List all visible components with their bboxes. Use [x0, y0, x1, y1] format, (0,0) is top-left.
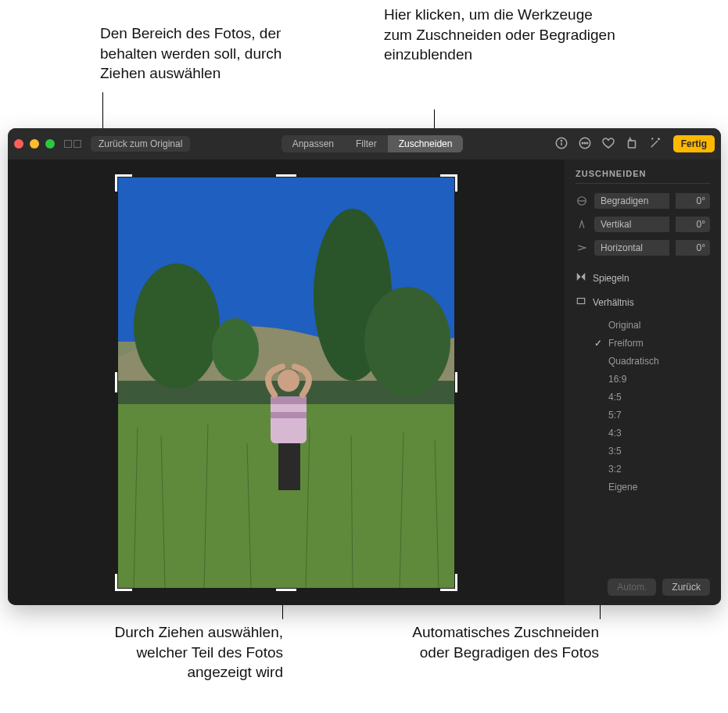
- auto-crop-button[interactable]: Autom.: [608, 579, 656, 596]
- aspect-option[interactable]: 3:5: [594, 446, 710, 457]
- svg-rect-7: [628, 141, 635, 148]
- crop-handle-top[interactable]: [276, 174, 296, 177]
- aspect-option[interactable]: 4:5: [594, 392, 710, 403]
- revert-button[interactable]: Zurück zum Original: [91, 136, 190, 152]
- check-icon: ✓: [594, 338, 604, 349]
- horizontal-label: Horizontal: [594, 240, 669, 256]
- reset-crop-button[interactable]: Zurück: [662, 579, 710, 596]
- aspect-option-label: Original: [608, 320, 640, 331]
- aspect-option[interactable]: Original: [594, 320, 710, 331]
- svg-point-15: [212, 318, 259, 381]
- aspect-label: Verhältnis: [593, 297, 634, 308]
- aspect-option-label: 4:3: [608, 428, 622, 439]
- svg-point-5: [584, 142, 586, 144]
- editor-main: ZUSCHNEIDEN Begradigen 0° Vertikal 0° Ho…: [8, 159, 721, 605]
- close-window[interactable]: [14, 139, 23, 149]
- horizontal-value: 0°: [676, 240, 710, 256]
- photo-image[interactable]: [118, 177, 454, 588]
- aspect-list: Original✓FreiformQuadratisch16:94:55:74:…: [594, 320, 710, 493]
- toolbar-actions: [554, 136, 662, 152]
- aspect-option[interactable]: Quadratisch: [594, 356, 710, 367]
- straighten-label: Begradigen: [594, 193, 669, 209]
- aspect-option-label: 3:5: [608, 446, 622, 457]
- svg-rect-26: [271, 412, 307, 418]
- svg-point-4: [582, 142, 583, 144]
- svg-point-14: [364, 287, 450, 396]
- crop-handle-bottom[interactable]: [276, 589, 296, 591]
- vertical-value: 0°: [676, 217, 710, 232]
- aspect-option-label: 5:7: [608, 410, 622, 421]
- horizontal-icon: [576, 242, 588, 253]
- auto-enhance-icon[interactable]: [648, 136, 662, 152]
- minimize-window[interactable]: [30, 139, 39, 149]
- callout-drag-photo: Durch Ziehen auswählen, welcher Teil des…: [80, 622, 283, 683]
- info-icon[interactable]: [554, 136, 568, 152]
- straighten-slider[interactable]: Begradigen 0°: [576, 193, 710, 209]
- aspect-icon: [576, 296, 586, 309]
- svg-point-12: [134, 263, 220, 389]
- aspect-option[interactable]: 3:2: [594, 464, 710, 475]
- flip-icon: [576, 271, 586, 285]
- aspect-option-label: Eigene: [608, 482, 637, 493]
- aspect-option[interactable]: 5:7: [594, 410, 710, 421]
- aspect-option[interactable]: Eigene: [594, 482, 710, 493]
- tab-crop[interactable]: Zuschneiden: [388, 135, 464, 152]
- zoom-window[interactable]: [45, 139, 55, 149]
- callout-crop-tools: Hier klicken, um die Werkzeuge zum Zusch…: [384, 5, 619, 65]
- callout-auto-crop: Automatisches Zuschneiden oder Begradige…: [380, 622, 599, 662]
- vertical-slider[interactable]: Vertikal 0°: [576, 217, 710, 232]
- aspect-header[interactable]: Verhältnis: [576, 292, 710, 312]
- tab-filter[interactable]: Filter: [345, 135, 388, 152]
- aspect-option-label: 4:5: [608, 392, 622, 403]
- flip-button[interactable]: Spiegeln: [576, 268, 710, 288]
- crop-handle-top-left[interactable]: [115, 174, 132, 192]
- vertical-icon: [576, 219, 588, 230]
- crop-handle-bottom-right[interactable]: [440, 574, 457, 591]
- photo-crop-frame[interactable]: [118, 177, 454, 588]
- svg-point-6: [586, 142, 588, 144]
- straighten-icon: [576, 195, 588, 206]
- favorite-icon[interactable]: [601, 136, 615, 152]
- vertical-label: Vertikal: [594, 217, 669, 232]
- canvas-area: [8, 159, 565, 605]
- crop-handle-right[interactable]: [455, 372, 457, 392]
- flip-label: Spiegeln: [593, 273, 629, 284]
- sidebar-footer: Autom. Zurück: [576, 579, 710, 596]
- horizontal-slider[interactable]: Horizontal 0°: [576, 240, 710, 256]
- done-button[interactable]: Fertig: [673, 135, 715, 152]
- more-icon[interactable]: [578, 136, 592, 152]
- crop-sidebar: ZUSCHNEIDEN Begradigen 0° Vertikal 0° Ho…: [565, 159, 721, 605]
- aspect-option-label: 16:9: [608, 374, 626, 385]
- straighten-value: 0°: [676, 193, 710, 209]
- sidebar-toggle-icon[interactable]: [64, 140, 81, 148]
- photos-edit-window: Zurück zum Original Anpassen Filter Zusc…: [8, 128, 721, 605]
- rotate-icon[interactable]: [625, 136, 639, 152]
- aspect-option-label: 3:2: [608, 464, 622, 475]
- crop-handle-bottom-left[interactable]: [115, 574, 132, 591]
- aspect-option[interactable]: 4:3: [594, 428, 710, 439]
- aspect-option-label: Quadratisch: [608, 356, 659, 367]
- aspect-option-label: Freiform: [608, 338, 644, 349]
- svg-point-2: [561, 140, 561, 141]
- svg-rect-31: [577, 299, 584, 304]
- crop-handle-left[interactable]: [115, 372, 117, 392]
- crop-handle-top-right[interactable]: [440, 174, 457, 192]
- window-controls: [14, 139, 55, 149]
- aspect-option[interactable]: ✓Freiform: [594, 338, 710, 349]
- sidebar-title: ZUSCHNEIDEN: [576, 169, 710, 184]
- svg-rect-27: [278, 443, 300, 490]
- callout-crop-area: Den Bereich des Fotos, der behalten werd…: [100, 23, 319, 84]
- tab-adjust[interactable]: Anpassen: [282, 135, 345, 152]
- toolbar: Zurück zum Original Anpassen Filter Zusc…: [8, 128, 721, 159]
- svg-point-28: [278, 370, 299, 392]
- edit-mode-tabs: Anpassen Filter Zuschneiden: [282, 135, 464, 152]
- aspect-option[interactable]: 16:9: [594, 374, 710, 385]
